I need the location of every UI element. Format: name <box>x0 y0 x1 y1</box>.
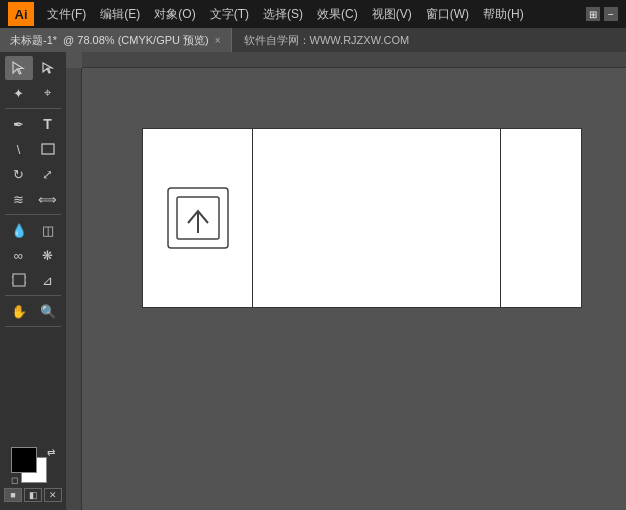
menu-object[interactable]: 对象(O) <box>147 4 202 25</box>
hand-zoom-row: ✋ 🔍 <box>5 299 62 323</box>
window-minimize-icon[interactable]: − <box>604 7 618 21</box>
rotate-tool[interactable]: ↻ <box>5 162 33 186</box>
menu-effect[interactable]: 效果(C) <box>310 4 365 25</box>
separator-2 <box>5 214 61 215</box>
color-area: ⇄ ◻ ■ ◧ ✕ <box>4 447 62 502</box>
zoom-tool[interactable]: 🔍 <box>34 299 62 323</box>
table-cell-1 <box>143 129 253 307</box>
slice-tool[interactable]: ⊿ <box>34 268 62 292</box>
swap-colors-icon[interactable]: ⇄ <box>47 447 55 458</box>
vertical-ruler <box>66 68 82 510</box>
gradient-tool[interactable]: ◫ <box>34 218 62 242</box>
type-tool[interactable]: T <box>34 112 62 136</box>
active-tab[interactable]: 未标题-1* @ 78.08% (CMYK/GPU 预览) × <box>0 28 232 52</box>
table-cell-2 <box>253 129 501 307</box>
window-grid-icon[interactable]: ⊞ <box>586 7 600 21</box>
warp-width-row: ≋ ⟺ <box>5 187 62 211</box>
color-mode-buttons: ■ ◧ ✕ <box>4 488 62 502</box>
main-layout: ✦ ⌖ ✒ T \ ↻ ⤢ ≋ ⟺ 💧 ◫ <box>0 52 626 510</box>
tab-close-button[interactable]: × <box>215 35 221 46</box>
separator-1 <box>5 108 61 109</box>
artboard <box>142 128 582 308</box>
tab-right-info: 软件自学网：WWW.RJZXW.COM <box>232 33 626 48</box>
selection-tool[interactable] <box>5 56 33 80</box>
menu-select[interactable]: 选择(S) <box>256 4 310 25</box>
scale-tool[interactable]: ⤢ <box>34 162 62 186</box>
direct-selection-tool[interactable] <box>34 56 62 80</box>
eyedrop-gradient-row: 💧 ◫ <box>5 218 62 242</box>
blend-tool[interactable]: ∞ <box>5 243 33 267</box>
line-rect-row: \ <box>5 137 62 161</box>
app-logo: Ai <box>8 2 34 26</box>
title-bar: Ai 文件(F) 编辑(E) 对象(O) 文字(T) 选择(S) 效果(C) 视… <box>0 0 626 28</box>
menu-edit[interactable]: 编辑(E) <box>93 4 147 25</box>
menu-text[interactable]: 文字(T) <box>203 4 256 25</box>
place-image-icon-container <box>163 183 233 253</box>
table-cell-3 <box>501 129 581 307</box>
color-swatches: ⇄ ◻ <box>11 447 55 485</box>
menu-window[interactable]: 窗口(W) <box>419 4 476 25</box>
warp-tool[interactable]: ≋ <box>5 187 33 211</box>
svg-rect-0 <box>42 144 54 154</box>
magic-wand-tool[interactable]: ✦ <box>5 81 33 105</box>
default-colors-icon[interactable]: ◻ <box>11 475 18 485</box>
canvas-area <box>66 52 626 510</box>
tab-title: 未标题-1* <box>10 33 57 48</box>
tool-panel: ✦ ⌖ ✒ T \ ↻ ⤢ ≋ ⟺ 💧 ◫ <box>0 52 66 510</box>
svg-rect-1 <box>13 274 25 286</box>
artboard-tool[interactable] <box>5 268 33 292</box>
lasso-tool[interactable]: ⌖ <box>34 81 62 105</box>
menu-view[interactable]: 视图(V) <box>365 4 419 25</box>
hand-tool[interactable]: ✋ <box>5 299 33 323</box>
symbol-tool[interactable]: ❋ <box>34 243 62 267</box>
menu-help[interactable]: 帮助(H) <box>476 4 531 25</box>
separator-3 <box>5 295 61 296</box>
eyedropper-tool[interactable]: 💧 <box>5 218 33 242</box>
menu-file[interactable]: 文件(F) <box>40 4 93 25</box>
pen-type-row: ✒ T <box>5 112 62 136</box>
tab-bar: 未标题-1* @ 78.08% (CMYK/GPU 预览) × 软件自学网：WW… <box>0 28 626 52</box>
gradient-mode-button[interactable]: ◧ <box>24 488 42 502</box>
foreground-color-swatch[interactable] <box>11 447 37 473</box>
selection-tools-row <box>5 56 62 80</box>
artboard-slice-row: ⊿ <box>5 268 62 292</box>
pen-tool[interactable]: ✒ <box>5 112 33 136</box>
table-graphic <box>142 128 582 308</box>
tab-info: @ 78.08% (CMYK/GPU 预览) <box>63 33 209 48</box>
none-mode-button[interactable]: ✕ <box>44 488 62 502</box>
canvas-background <box>82 68 626 510</box>
blend-symbol-row: ∞ ❋ <box>5 243 62 267</box>
fill-mode-button[interactable]: ■ <box>4 488 22 502</box>
separator-4 <box>5 326 61 327</box>
rectangle-tool[interactable] <box>34 137 62 161</box>
width-tool[interactable]: ⟺ <box>34 187 62 211</box>
rotate-scale-row: ↻ ⤢ <box>5 162 62 186</box>
menu-bar: 文件(F) 编辑(E) 对象(O) 文字(T) 选择(S) 效果(C) 视图(V… <box>40 4 531 25</box>
horizontal-ruler <box>82 52 626 68</box>
magic-lasso-row: ✦ ⌖ <box>5 81 62 105</box>
line-tool[interactable]: \ <box>5 137 33 161</box>
